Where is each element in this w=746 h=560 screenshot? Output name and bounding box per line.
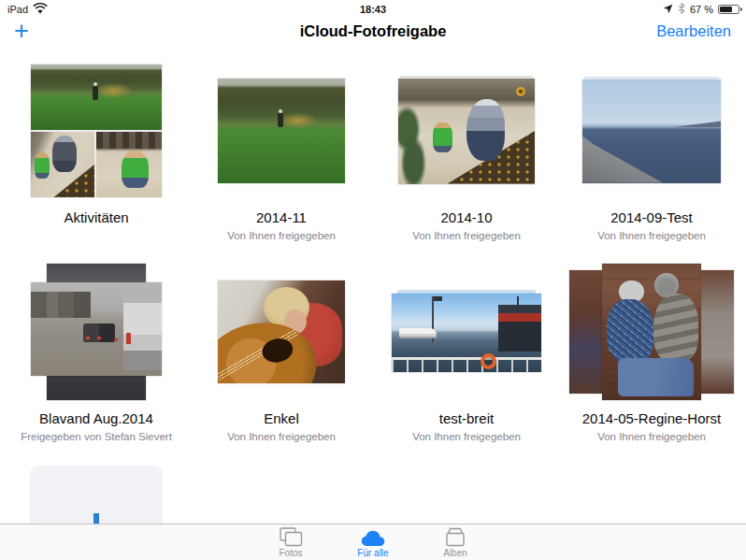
album-title: Aktivitäten <box>64 209 128 225</box>
album-cell[interactable]: Aktivitäten <box>4 61 189 242</box>
album-subtitle: Von Ihnen freigegeben <box>227 431 336 443</box>
album-thumbnail[interactable] <box>569 262 734 402</box>
album-thumbnail[interactable] <box>218 262 345 402</box>
cloud-icon <box>359 527 388 547</box>
wifi-icon <box>33 3 48 16</box>
device-label: iPad <box>7 4 28 15</box>
tab-label: Alben <box>443 548 467 558</box>
status-left: iPad <box>0 3 663 16</box>
edit-button[interactable]: Bearbeiten <box>656 21 731 41</box>
battery-percent: 67 % <box>690 4 713 15</box>
tab-label: Für alle <box>357 548 388 558</box>
status-bar: iPad 18:43 67 % <box>0 0 746 19</box>
album-subtitle: Von Ihnen freigegeben <box>412 431 521 443</box>
album-cell[interactable]: test-breitVon Ihnen freigegeben <box>374 262 559 443</box>
albums-icon <box>444 527 466 547</box>
album-subtitle: Von Ihnen freigegeben <box>597 431 706 443</box>
tab-alben[interactable]: Alben <box>414 524 496 560</box>
album-thumbnail[interactable] <box>218 61 345 201</box>
album-subtitle: Freigegeben von Stefan Sievert <box>21 431 172 443</box>
album-thumbnail[interactable] <box>398 61 535 201</box>
status-right: 67 % <box>663 3 746 16</box>
album-title: Enkel <box>264 410 299 426</box>
album-thumbnail[interactable] <box>392 262 541 402</box>
album-thumbnail[interactable] <box>31 61 162 201</box>
bluetooth-icon <box>678 3 685 16</box>
tab-label: Fotos <box>279 548 302 558</box>
tab-fuer-alle[interactable]: Für alle <box>332 524 414 560</box>
location-arrow-icon <box>663 4 673 16</box>
tab-bar: FotosFür alleAlben <box>0 524 746 560</box>
navigation-bar: + iCloud-Fotofreigabe Bearbeiten <box>0 19 746 58</box>
album-cell[interactable]: 2014-10Von Ihnen freigegeben <box>374 61 559 242</box>
album-title: test-breit <box>439 410 494 426</box>
album-cell[interactable]: 2014-09-TestVon Ihnen freigegeben <box>559 61 744 242</box>
album-title: Blavand Aug.2014 <box>39 410 153 426</box>
album-cell[interactable]: Blavand Aug.2014Freigegeben von Stefan S… <box>4 262 189 443</box>
album-grid: Aktivitäten2014-11Von Ihnen freigegeben2… <box>4 61 744 560</box>
ipad-screen: iPad 18:43 67 % + iCloud-Fotofreigabe <box>0 0 746 560</box>
album-title: 2014-11 <box>256 209 307 225</box>
album-subtitle: Von Ihnen freigegeben <box>412 230 521 242</box>
album-title: 2014-09-Test <box>610 209 693 225</box>
album-cell[interactable]: EnkelVon Ihnen freigegeben <box>189 262 374 443</box>
album-thumbnail[interactable] <box>31 262 162 402</box>
album-cell[interactable]: 2014-05-Regine-HorstVon Ihnen freigegebe… <box>559 262 744 443</box>
album-thumbnail[interactable] <box>582 61 721 201</box>
page-title: iCloud-Fotofreigabe <box>0 21 746 41</box>
tab-fotos[interactable]: Fotos <box>250 524 332 560</box>
battery-icon <box>718 5 739 14</box>
album-title: 2014-10 <box>440 209 492 225</box>
album-subtitle: Von Ihnen freigegeben <box>597 230 706 242</box>
album-title: 2014-05-Regine-Horst <box>582 410 721 426</box>
album-subtitle: Von Ihnen freigegeben <box>227 230 336 242</box>
album-cell[interactable]: 2014-11Von Ihnen freigegeben <box>189 61 374 242</box>
photos-icon <box>280 527 303 547</box>
